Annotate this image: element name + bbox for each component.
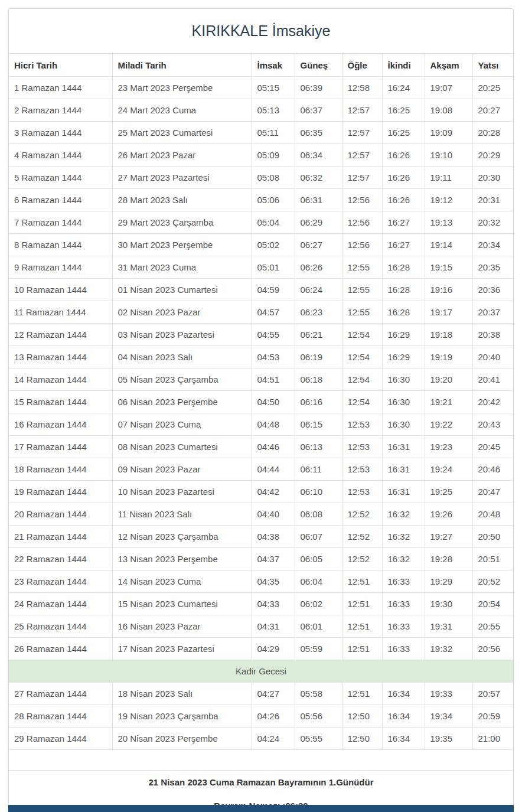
header-ogle: Öğle: [342, 54, 382, 77]
cell-aksam: 19:32: [425, 638, 472, 660]
cell-yatsi: 20:30: [472, 167, 513, 189]
cell-miladi-tarih: 05 Nisan 2023 Çarşamba: [112, 369, 252, 391]
cell-gunes: 06:32: [295, 167, 342, 189]
cell-imsak: 04:24: [252, 728, 295, 750]
cell-ikindi: 16:29: [382, 346, 425, 369]
cell-gunes: 06:05: [295, 548, 342, 570]
cell-miladi-tarih: 31 Mart 2023 Cuma: [112, 256, 252, 279]
kadir-gecesi-row: Kadir Gecesi: [9, 660, 513, 683]
cell-imsak: 04:31: [252, 615, 295, 638]
cell-yatsi: 20:29: [472, 144, 513, 167]
cell-aksam: 19:20: [425, 369, 472, 391]
cell-miladi-tarih: 09 Nisan 2023 Pazar: [112, 458, 252, 481]
cell-yatsi: 20:28: [472, 122, 513, 144]
cell-gunes: 06:34: [295, 144, 342, 167]
cell-hicri-tarih: 6 Ramazan 1444: [9, 189, 112, 211]
empty-row: [9, 749, 513, 770]
cell-miladi-tarih: 15 Nisan 2023 Cumartesi: [112, 593, 252, 615]
cell-imsak: 04:48: [252, 413, 295, 436]
table-row: 7 Ramazan 144429 Mart 2023 Çarşamba05:04…: [9, 211, 513, 234]
cell-aksam: 19:33: [425, 683, 472, 705]
cell-ikindi: 16:32: [382, 548, 425, 570]
cell-gunes: 06:18: [295, 369, 342, 391]
cell-imsak: 04:42: [252, 481, 295, 503]
cell-hicri-tarih: 5 Ramazan 1444: [9, 167, 112, 189]
cell-gunes: 06:37: [295, 99, 342, 122]
cell-gunes: 06:19: [295, 346, 342, 369]
cell-hicri-tarih: 26 Ramazan 1444: [9, 638, 112, 660]
cell-gunes: 06:15: [295, 413, 342, 436]
cell-hicri-tarih: 28 Ramazan 1444: [9, 705, 112, 728]
bottom-footer-bar: [8, 805, 514, 812]
cell-hicri-tarih: 25 Ramazan 1444: [9, 615, 112, 638]
cell-ikindi: 16:33: [382, 593, 425, 615]
cell-hicri-tarih: 8 Ramazan 1444: [9, 234, 112, 256]
cell-imsak: 04:38: [252, 526, 295, 548]
cell-gunes: 06:04: [295, 570, 342, 593]
header-miladi-tarih: Miladi Tarih: [112, 54, 252, 77]
cell-ogle: 12:54: [342, 391, 382, 413]
table-row: 25 Ramazan 144416 Nisan 2023 Pazar04:310…: [9, 615, 513, 638]
table-row: 28 Ramazan 144419 Nisan 2023 Çarşamba04:…: [9, 705, 513, 728]
cell-gunes: 06:11: [295, 458, 342, 481]
cell-miladi-tarih: 18 Nisan 2023 Salı: [112, 683, 252, 705]
table-row: 4 Ramazan 144426 Mart 2023 Pazar05:0906:…: [9, 144, 513, 167]
cell-ikindi: 16:26: [382, 144, 425, 167]
cell-yatsi: 20:52: [472, 570, 513, 593]
cell-gunes: 05:59: [295, 638, 342, 660]
cell-ikindi: 16:27: [382, 211, 425, 234]
cell-gunes: 06:01: [295, 615, 342, 638]
cell-hicri-tarih: 11 Ramazan 1444: [9, 301, 112, 324]
cell-imsak: 04:53: [252, 346, 295, 369]
cell-hicri-tarih: 14 Ramazan 1444: [9, 369, 112, 391]
cell-ikindi: 16:32: [382, 503, 425, 526]
cell-yatsi: 20:43: [472, 413, 513, 436]
cell-imsak: 04:51: [252, 369, 295, 391]
cell-ikindi: 16:33: [382, 570, 425, 593]
cell-ogle: 12:51: [342, 570, 382, 593]
cell-miladi-tarih: 28 Mart 2023 Salı: [112, 189, 252, 211]
cell-hicri-tarih: 10 Ramazan 1444: [9, 279, 112, 301]
cell-aksam: 19:27: [425, 526, 472, 548]
cell-ogle: 12:57: [342, 167, 382, 189]
cell-aksam: 19:15: [425, 256, 472, 279]
cell-yatsi: 21:00: [472, 728, 513, 750]
cell-hicri-tarih: 24 Ramazan 1444: [9, 593, 112, 615]
cell-ikindi: 16:28: [382, 279, 425, 301]
cell-yatsi: 20:40: [472, 346, 513, 369]
header-imsak: İmsak: [252, 54, 295, 77]
table-row: 10 Ramazan 144401 Nisan 2023 Cumartesi04…: [9, 279, 513, 301]
table-row: 16 Ramazan 144407 Nisan 2023 Cuma04:4806…: [9, 413, 513, 436]
cell-ogle: 12:57: [342, 122, 382, 144]
cell-ikindi: 16:33: [382, 638, 425, 660]
cell-hicri-tarih: 3 Ramazan 1444: [9, 122, 112, 144]
cell-ikindi: 16:30: [382, 369, 425, 391]
cell-hicri-tarih: 9 Ramazan 1444: [9, 256, 112, 279]
cell-hicri-tarih: 22 Ramazan 1444: [9, 548, 112, 570]
cell-yatsi: 20:56: [472, 638, 513, 660]
cell-yatsi: 20:48: [472, 503, 513, 526]
cell-imsak: 05:01: [252, 256, 295, 279]
cell-miladi-tarih: 29 Mart 2023 Çarşamba: [112, 211, 252, 234]
cell-miladi-tarih: 03 Nisan 2023 Pazartesi: [112, 324, 252, 346]
cell-hicri-tarih: 7 Ramazan 1444: [9, 211, 112, 234]
cell-gunes: 06:07: [295, 526, 342, 548]
cell-gunes: 06:21: [295, 324, 342, 346]
cell-yatsi: 20:45: [472, 436, 513, 458]
cell-aksam: 19:07: [425, 77, 472, 99]
table-row: 3 Ramazan 144425 Mart 2023 Cumartesi05:1…: [9, 122, 513, 144]
table-row: 27 Ramazan 144418 Nisan 2023 Salı04:2705…: [9, 683, 513, 705]
table-row: 5 Ramazan 144427 Mart 2023 Pazartesi05:0…: [9, 167, 513, 189]
cell-yatsi: 20:41: [472, 369, 513, 391]
cell-ikindi: 16:32: [382, 526, 425, 548]
header-yatsi: Yatsı: [472, 54, 513, 77]
header-gunes: Güneş: [295, 54, 342, 77]
cell-aksam: 19:10: [425, 144, 472, 167]
cell-aksam: 19:30: [425, 593, 472, 615]
cell-yatsi: 20:32: [472, 211, 513, 234]
cell-aksam: 19:17: [425, 301, 472, 324]
cell-aksam: 19:12: [425, 189, 472, 211]
cell-ikindi: 16:34: [382, 705, 425, 728]
cell-miladi-tarih: 14 Nisan 2023 Cuma: [112, 570, 252, 593]
cell-gunes: 06:16: [295, 391, 342, 413]
